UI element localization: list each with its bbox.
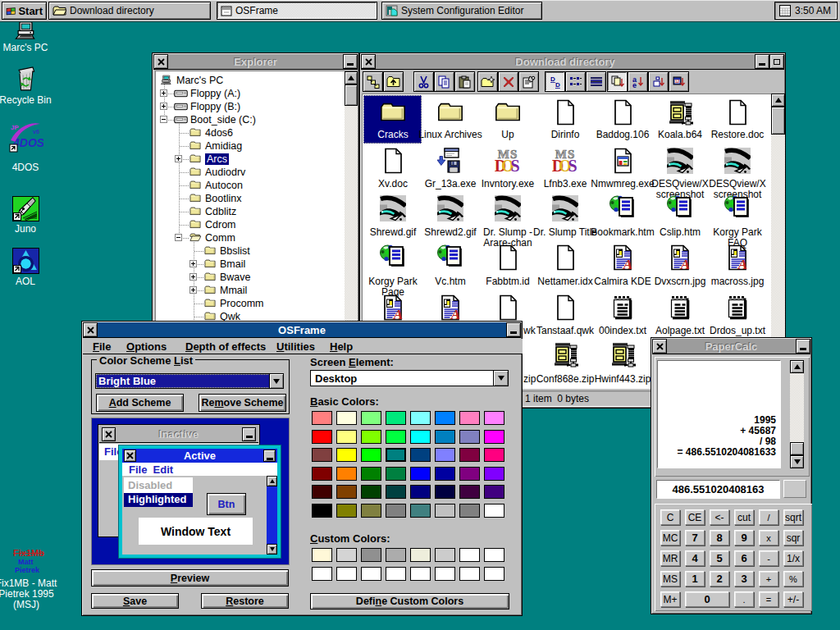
svg-text:12: 12 bbox=[675, 80, 680, 84]
svg-text:e: e bbox=[632, 81, 637, 89]
svg-text:JP: JP bbox=[11, 124, 19, 131]
svg-text:D: D bbox=[555, 81, 560, 89]
svg-text:v6: v6 bbox=[33, 129, 39, 135]
